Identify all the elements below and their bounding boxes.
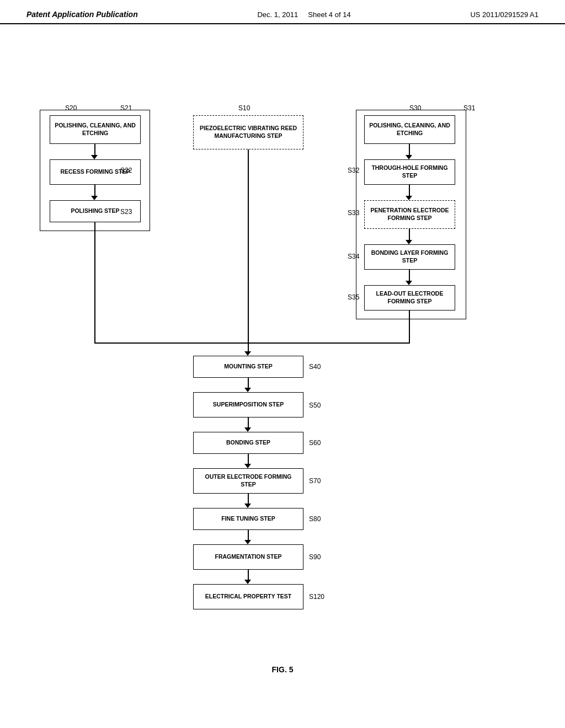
s90-label: S90 xyxy=(309,553,321,561)
s50-box: SUPERIMPOSITION STEP xyxy=(193,392,303,417)
s30-group-border xyxy=(356,110,466,319)
arrowhead-s60 xyxy=(244,427,251,432)
left-branch-down-line xyxy=(94,222,95,344)
patent-number: US 2011/0291529 A1 xyxy=(470,10,539,19)
right-branch-h-line xyxy=(249,342,410,344)
arrow-s90-s120 xyxy=(248,570,249,580)
arrowhead-s90 xyxy=(244,540,251,544)
s40-box: MOUNTING STEP xyxy=(193,356,303,378)
s10-box: PIEZOELECTRIC VIBRATING REED MANUFACTURI… xyxy=(193,115,303,149)
center-main-line xyxy=(248,149,249,342)
arrowhead-s70 xyxy=(244,464,251,468)
arrow-s80-s90 xyxy=(248,530,249,540)
left-branch-h-line xyxy=(94,342,249,344)
arrowhead-s80 xyxy=(244,504,251,508)
diagram-area: S20 S21 POLISHING, CLEANING, AND ETCHING… xyxy=(0,24,565,697)
arrowhead-to-s40 xyxy=(244,351,251,356)
s80-box: FINE TUNING STEP xyxy=(193,508,303,530)
arrowhead-s120 xyxy=(244,580,251,584)
date-label: Dec. 1, 2011 Sheet 4 of 14 xyxy=(257,10,350,19)
s70-box: OUTER ELECTRODE FORMING STEP xyxy=(193,468,303,494)
s70-label: S70 xyxy=(309,477,321,485)
figure-caption: FIG. 5 xyxy=(0,665,565,674)
s60-box: BONDING STEP xyxy=(193,432,303,454)
s80-label: S80 xyxy=(309,515,321,523)
merge-to-s40-line xyxy=(248,342,249,351)
arrowhead-s50 xyxy=(244,388,251,392)
s20-group-border xyxy=(40,110,150,231)
right-branch-down-line xyxy=(409,311,410,344)
s120-label: S120 xyxy=(309,593,324,601)
arrow-s50-s60 xyxy=(248,417,249,427)
arrow-s70-s80 xyxy=(248,494,249,504)
s90-box: FRAGMENTATION STEP xyxy=(193,544,303,570)
arrow-s60-s70 xyxy=(248,454,249,464)
publication-label: Patent Application Publication xyxy=(26,10,138,19)
s40-label: S40 xyxy=(309,363,321,371)
page-header: Patent Application Publication Dec. 1, 2… xyxy=(0,0,565,24)
arrow-s40-s50 xyxy=(248,378,249,388)
s60-label: S60 xyxy=(309,439,321,447)
s50-label: S50 xyxy=(309,402,321,409)
s120-box: ELECTRICAL PROPERTY TEST xyxy=(193,584,303,609)
s10-label: S10 xyxy=(238,104,250,112)
